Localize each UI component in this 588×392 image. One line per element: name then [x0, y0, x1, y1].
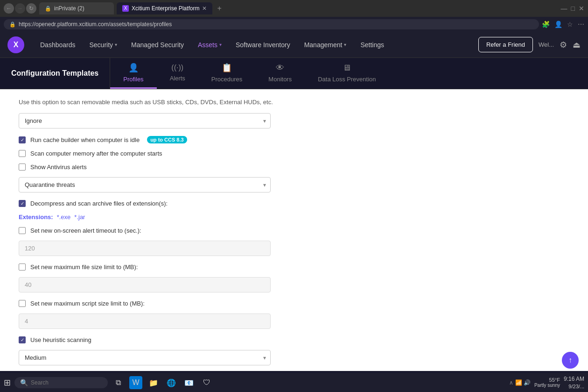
private-tab-label: inPrivate (2)	[54, 5, 84, 12]
main-content: Use this option to scan removable media …	[0, 89, 588, 371]
minimize-icon[interactable]: —	[561, 5, 567, 12]
tab-procedures[interactable]: 📋 Procedures	[198, 58, 255, 89]
app-header: X Dashboards Security ▾ Managed Security…	[0, 32, 588, 58]
heuristic-checkbox[interactable]	[19, 336, 26, 343]
restore-icon[interactable]: □	[571, 5, 575, 12]
tab-data-loss-prevention[interactable]: 🖥 Data Loss Prevention	[305, 58, 389, 89]
management-chevron: ▾	[344, 42, 346, 47]
tab-alerts[interactable]: ((·)) Alerts	[157, 58, 198, 89]
run-cache-label: Run cache builder when computer is idle	[30, 136, 140, 143]
tab-close-icon[interactable]: ✕	[202, 5, 207, 12]
show-alerts-label: Show Antivirus alerts	[30, 164, 87, 171]
max-script-size-label: Set new maximum script size limit to (MB…	[30, 300, 145, 307]
quarantine-dropdown[interactable]: Quarantine threats Delete threats Ignore	[19, 177, 271, 192]
tab-profiles[interactable]: 👤 Profiles	[110, 58, 156, 89]
new-tab-button[interactable]: +	[217, 4, 221, 13]
extension-exe: *.exe	[57, 214, 71, 221]
nav-management[interactable]: Management ▾	[298, 37, 353, 52]
monitors-icon: 👁	[276, 63, 284, 73]
removable-media-dropdown-wrapper: Ignore Scan Block ▾	[19, 113, 271, 128]
heuristic-level-dropdown-group: Low Medium High ▾	[19, 350, 569, 365]
max-file-size-label: Set new maximum file size limit to (MB):	[30, 264, 138, 271]
tab-alerts-label: Alerts	[170, 75, 185, 82]
browser-tab-xcitium[interactable]: X Xcitium Enterprise Platform ✕	[117, 2, 212, 14]
heuristic-label: Use heuristic scanning	[30, 336, 91, 343]
removable-media-dropdown[interactable]: Ignore Scan Block	[19, 113, 271, 128]
scan-memory-label: Scan computer memory after the computer …	[30, 150, 162, 157]
nav-software-inventory[interactable]: Software Inventory	[229, 37, 297, 52]
heuristic-checkbox-row: Use heuristic scanning	[19, 336, 569, 343]
nav-settings[interactable]: Settings	[354, 37, 391, 52]
forward-button[interactable]: →	[15, 3, 25, 14]
quarantine-dropdown-wrapper: Quarantine threats Delete threats Ignore…	[19, 177, 271, 192]
favorites-icon[interactable]: ☆	[567, 21, 573, 28]
close-window-icon[interactable]: ✕	[579, 5, 584, 12]
heuristic-level-dropdown-wrapper: Low Medium High ▾	[19, 350, 271, 365]
max-file-size-input-group	[19, 277, 569, 292]
scan-memory-checkbox-row: Scan computer memory after the computer …	[19, 150, 569, 157]
tab-monitors[interactable]: 👁 Monitors	[255, 58, 305, 89]
show-alerts-checkbox[interactable]	[19, 164, 26, 171]
nav-dashboards[interactable]: Dashboards	[34, 37, 82, 52]
nav-security[interactable]: Security ▾	[83, 37, 124, 52]
section-description: Use this option to scan removable media …	[19, 99, 569, 106]
run-cache-checkbox-row: Run cache builder when computer is idle …	[19, 136, 569, 143]
quarantine-dropdown-group: Quarantine threats Delete threats Ignore…	[19, 177, 569, 192]
back-button[interactable]: ←	[4, 3, 14, 14]
tab-monitors-label: Monitors	[268, 76, 292, 83]
alert-timeout-input-group	[19, 241, 569, 256]
max-script-size-checkbox-row: Set new maximum script size limit to (MB…	[19, 300, 569, 307]
browser-chrome: ← → ↻ 🔒 inPrivate (2) X Xcitium Enterpri…	[0, 0, 588, 17]
sub-nav: Configuration Templates 👤 Profiles ((·))…	[0, 58, 588, 89]
signout-icon[interactable]: ⏏	[573, 40, 581, 50]
user-label: Wel...	[539, 41, 554, 48]
scan-memory-checkbox[interactable]	[19, 150, 26, 157]
decompress-checkbox-row: Decompress and scan archive files of ext…	[19, 200, 569, 207]
run-cache-badge: up to CCS 8.3	[147, 136, 187, 143]
max-script-size-input-group	[19, 314, 569, 329]
more-options-icon[interactable]: ⋯	[578, 21, 584, 28]
scroll-to-top-button[interactable]: ↑	[562, 352, 579, 369]
alert-timeout-input[interactable]	[19, 241, 271, 256]
tab-profiles-label: Profiles	[123, 76, 143, 83]
decompress-checkbox[interactable]	[19, 200, 26, 207]
show-alerts-checkbox-row: Show Antivirus alerts	[19, 164, 569, 171]
max-script-size-input[interactable]	[19, 314, 271, 329]
settings-icon[interactable]: ⚙	[560, 40, 567, 50]
xcitium-tab-label: Xcitium Enterprise Platform	[132, 5, 199, 12]
tab-dlp-label: Data Loss Prevention	[318, 76, 376, 83]
refresh-button[interactable]: ↻	[26, 3, 36, 14]
address-bar[interactable]: 🔒 https://openedr.platform.xcitium.com/a…	[4, 19, 539, 29]
browser-tab-private[interactable]: 🔒 inPrivate (2)	[39, 2, 114, 14]
page-title-area: Configuration Templates	[11, 58, 110, 89]
run-cache-checkbox[interactable]	[19, 136, 26, 143]
max-file-size-checkbox-row: Set new maximum file size limit to (MB):	[19, 264, 569, 271]
alerts-icon: ((·))	[171, 64, 183, 72]
refer-friend-button[interactable]: Refer a Friend	[478, 37, 533, 52]
alert-timeout-label: Set new on-screen alert timeout to (sec.…	[30, 227, 141, 234]
max-file-size-input[interactable]	[19, 277, 271, 292]
extensions-label: Extensions:	[19, 214, 53, 221]
xcitium-tab-icon: X	[122, 5, 129, 12]
app-logo: X	[7, 36, 24, 53]
nav-managed-security[interactable]: Managed Security	[125, 37, 190, 52]
profile-icon[interactable]: 👤	[554, 21, 562, 28]
max-script-size-checkbox[interactable]	[19, 300, 26, 307]
lock-icon: 🔒	[9, 21, 16, 28]
removable-media-dropdown-group: Ignore Scan Block ▾	[19, 113, 569, 128]
extensions-icon[interactable]: 🧩	[542, 21, 550, 28]
alert-timeout-checkbox[interactable]	[19, 227, 26, 234]
nav-assets[interactable]: Assets ▾	[191, 37, 228, 52]
profiles-icon: 👤	[128, 63, 139, 73]
page-title: Configuration Templates	[11, 62, 98, 85]
max-file-size-checkbox[interactable]	[19, 264, 26, 271]
assets-chevron: ▾	[219, 42, 222, 47]
decompress-label: Decompress and scan archive files of ext…	[30, 200, 168, 207]
extension-jar: *.jar	[74, 214, 85, 221]
main-nav: Dashboards Security ▾ Managed Security A…	[34, 37, 478, 52]
procedures-icon: 📋	[222, 63, 232, 73]
address-bar-row: 🔒 https://openedr.platform.xcitium.com/a…	[0, 17, 588, 32]
browser-toolbar: 🧩 👤 ☆ ⋯	[542, 21, 584, 28]
heuristic-level-dropdown[interactable]: Low Medium High	[19, 350, 271, 365]
extensions-row: Extensions: *.exe *.jar	[19, 214, 569, 221]
